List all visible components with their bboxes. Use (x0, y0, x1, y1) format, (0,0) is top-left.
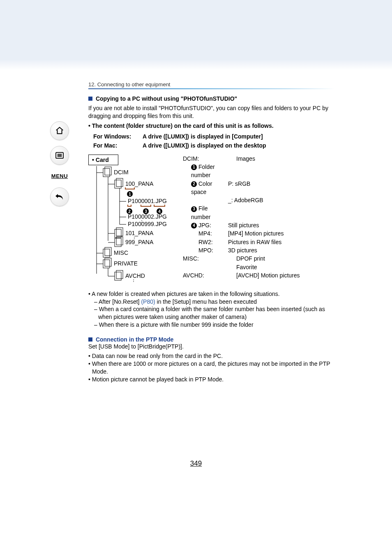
svg-text:1: 1 (129, 192, 131, 196)
callout-4-icon: 4 (191, 223, 197, 229)
svg-text:3: 3 (145, 209, 147, 213)
legend-mpo-key: MPO: (183, 246, 228, 254)
os-mac-desc: A drive ([LUMIX]) is displayed on the de… (143, 142, 335, 149)
callout-1-icon: 1 (191, 164, 197, 170)
section-ptp: Connection in the PTP Mode Set [USB Mode… (88, 336, 335, 383)
svg-text:100_PANA: 100_PANA (125, 180, 154, 187)
svg-text:2: 2 (128, 209, 131, 213)
legend-dcim-key: DCIM: (183, 155, 236, 163)
svg-rect-36 (115, 238, 121, 247)
toc-icon (55, 152, 64, 159)
legend-misc-val2: Favorite (236, 263, 300, 271)
ptp-bullet1: Data can now be read only from the card … (88, 352, 335, 360)
os-windows-desc: A drive ([LUMIX]) is displayed in [Compu… (143, 133, 335, 140)
note-sub2: When a card containing a folder with the… (92, 305, 335, 321)
section1-title: Copying to a PC without using "PHOTOfunS… (96, 95, 237, 102)
svg-text:P1000001.JPG: P1000001.JPG (128, 198, 167, 204)
svg-text:P1000002.JPG: P1000002.JPG (128, 213, 167, 220)
os-table: For Windows: A drive ([LUMIX]) is displa… (93, 133, 335, 149)
legend-jpg-val: Still pictures (228, 221, 300, 229)
svg-rect-32 (116, 228, 123, 236)
legend-avchd-val: [AVCHD] Motion pictures (236, 271, 300, 279)
link-p80[interactable]: (P80) (141, 298, 155, 305)
svg-text:PRIVATE: PRIVATE (114, 260, 138, 267)
legend-avchd-key: AVCHD: (183, 271, 236, 279)
svg-rect-40 (103, 249, 110, 257)
legend-rw2-val: Pictures in RAW files (228, 238, 300, 246)
folder-structure: .t { font: 14px Arial, sans-serif; fill:… (88, 155, 335, 286)
svg-rect-45 (105, 258, 111, 266)
page-content: 12. Connecting to other equipment Copyin… (88, 81, 335, 383)
svg-text:P1000999.JPG: P1000999.JPG (128, 221, 167, 227)
note-sub1: After [No.Reset] (P80) in the [Setup] me… (92, 298, 335, 306)
callout-3-icon: 3 (191, 206, 197, 212)
svg-text:101_PANA: 101_PANA (125, 230, 154, 236)
note-main: A new folder is created when pictures ar… (88, 290, 335, 298)
svg-rect-41 (105, 247, 111, 256)
toc-button[interactable] (50, 146, 69, 165)
legend-rw2-key: RW2: (183, 238, 228, 246)
svg-text:AVCHD: AVCHD (125, 272, 145, 279)
svg-text:999_PANA: 999_PANA (125, 239, 154, 245)
menu-button[interactable]: MENU (51, 171, 68, 182)
legend-mp4-val: [MP4] Motion pictures (228, 229, 300, 238)
legend: DCIM: Images 1Folder number 2Color space… (183, 155, 300, 279)
home-icon (55, 126, 64, 135)
section-marker-icon (88, 97, 92, 101)
legend-srgb: P: sRGB (228, 180, 300, 196)
legend-misc-val1: DPOF print (236, 254, 300, 263)
os-mac-label: For Mac: (93, 142, 143, 149)
svg-rect-37 (116, 237, 123, 245)
legend-jpg-key: JPG: (198, 222, 211, 229)
section1-paragraph: If you are not able to install "PHOTOfun… (88, 104, 335, 120)
svg-rect-44 (103, 260, 110, 268)
os-windows-label: For Windows: (93, 133, 143, 140)
section2-title: Connection in the PTP Mode (96, 336, 174, 343)
divider (88, 88, 335, 89)
notes: A new folder is created when pictures ar… (88, 290, 335, 329)
back-button[interactable] (50, 187, 69, 206)
legend-misc-key: MISC: (183, 254, 236, 263)
legend-adobergb: _: AdobeRGB (228, 196, 300, 204)
back-icon (55, 193, 65, 201)
svg-rect-31 (115, 229, 121, 238)
svg-text:4: 4 (158, 209, 161, 213)
legend-dcim-val: Images (236, 155, 300, 163)
section-marker-icon (88, 337, 92, 342)
card-label: • Card (88, 155, 118, 165)
svg-rect-50 (116, 270, 123, 279)
folder-tree: .t { font: 14px Arial, sans-serif; fill:… (88, 155, 175, 286)
svg-rect-49 (115, 272, 121, 280)
breadcrumb: 12. Connecting to other equipment (88, 81, 335, 88)
sidebar: MENU (49, 121, 70, 206)
home-button[interactable] (50, 121, 69, 140)
folder-structure-note: The content (folder structure) on the ca… (88, 122, 335, 129)
callout-2-icon: 2 (191, 181, 197, 187)
ptp-bullet3: Motion picture cannot be played back in … (88, 376, 335, 383)
svg-rect-6 (103, 169, 110, 177)
svg-text:DCIM: DCIM (114, 169, 129, 175)
svg-rect-12 (116, 178, 123, 187)
legend-mpo-val: 3D pictures (228, 246, 300, 254)
legend-mp4-key: MP4: (183, 229, 228, 238)
svg-rect-11 (115, 180, 121, 188)
ptp-bullet2: When there are 1000 or more pictures on … (88, 360, 335, 376)
section2-paragraph: Set [USB Mode] to [PictBridge(PTP)]. (88, 343, 335, 351)
svg-text:MISC: MISC (114, 249, 128, 256)
page-number: 349 (0, 459, 392, 468)
svg-rect-7 (105, 167, 111, 175)
note-sub3: When there is a picture with file number… (92, 321, 335, 329)
